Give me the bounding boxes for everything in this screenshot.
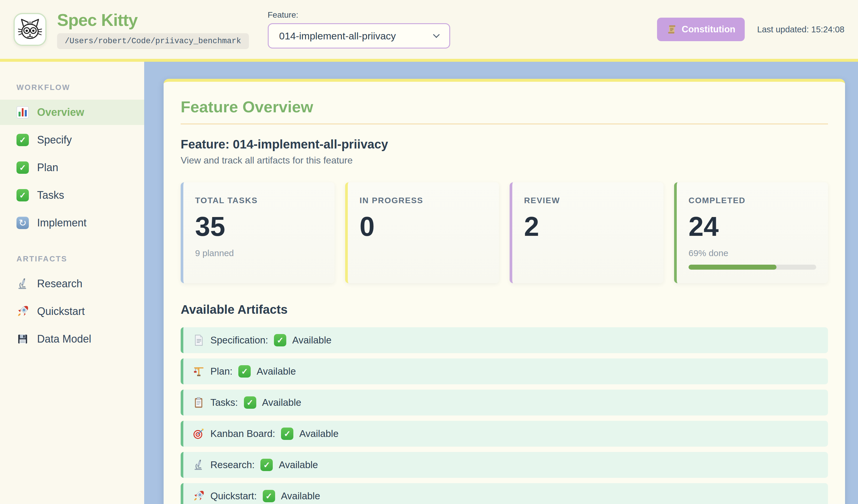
cat-logo-icon (18, 17, 42, 42)
check-icon: ✓ (260, 459, 273, 471)
artifact-row-quickstart: Quickstart:✓Available (181, 483, 828, 504)
app-logo (14, 13, 47, 46)
chevron-down-icon (433, 31, 440, 38)
sidebar-item-specify[interactable]: ✓Specify (0, 127, 144, 152)
artifact-status: Available (292, 335, 331, 346)
stat-card-completed: COMPLETED2469% done (674, 182, 828, 283)
check-icon: ✓ (274, 334, 286, 346)
feature-subtitle: View and track all artifacts for this fe… (181, 155, 828, 166)
artifact-row-specification: Specification:✓Available (181, 327, 828, 353)
sidebar-item-label: Quickstart (37, 305, 85, 318)
refresh-icon: ↻ (16, 217, 29, 229)
check-icon: ✓ (244, 396, 256, 409)
sidebar-item-data-model[interactable]: Data Model (0, 326, 144, 352)
artifacts-title: Available Artifacts (181, 303, 828, 317)
feature-select-value: 014-implement-all-priivacy (279, 30, 396, 42)
stat-label: IN PROGRESS (360, 196, 487, 205)
check-icon: ✓ (16, 189, 29, 201)
sidebar-item-quickstart[interactable]: Quickstart (0, 299, 144, 324)
rocket-icon (193, 490, 205, 502)
completion-progress-bar (688, 265, 816, 270)
check-icon: ✓ (16, 134, 29, 146)
stat-card-in-progress: IN PROGRESS0 (345, 182, 499, 283)
main-area: Feature Overview Feature: 014-implement-… (144, 62, 858, 504)
feature-select-group: Feature: 014-implement-all-priivacy (268, 10, 450, 49)
stat-value: 2 (524, 213, 652, 240)
nav-section-title: ARTIFACTS (0, 254, 144, 263)
stat-label: REVIEW (524, 196, 652, 205)
scroll-icon (666, 24, 677, 35)
brand: Spec Kitty /Users/robert/Code/priivacy_b… (57, 10, 249, 49)
sidebar: WORKFLOWOverview✓Specify✓Plan✓Tasks↻Impl… (0, 62, 144, 504)
artifact-label: Kanban Board: (210, 428, 275, 439)
artifact-row-research: Research:✓Available (181, 452, 828, 478)
sidebar-item-label: Implement (37, 217, 86, 229)
nav-section-artifacts: ARTIFACTSResearchQuickstartData Model (0, 254, 144, 352)
stat-label: COMPLETED (688, 196, 816, 205)
last-updated: Last updated: 15:24:08 (757, 25, 844, 34)
stats-row: TOTAL TASKS359 plannedIN PROGRESS0REVIEW… (181, 182, 828, 283)
nav-section-title: WORKFLOW (0, 83, 144, 92)
layout: WORKFLOWOverview✓Specify✓Plan✓Tasks↻Impl… (0, 62, 858, 504)
sidebar-item-plan[interactable]: ✓Plan (0, 155, 144, 180)
sidebar-item-tasks[interactable]: ✓Tasks (0, 183, 144, 208)
stat-card-review: REVIEW2 (510, 182, 664, 283)
stat-value: 35 (195, 213, 323, 240)
check-icon: ✓ (16, 161, 29, 174)
check-icon: ✓ (281, 427, 293, 440)
page-title: Feature Overview (181, 98, 828, 116)
microscope-icon (193, 459, 205, 471)
artifact-row-kanban-board: Kanban Board:✓Available (181, 421, 828, 447)
artifact-label: Quickstart: (210, 490, 257, 502)
stat-subtext: 69% done (688, 248, 816, 258)
check-icon: ✓ (238, 365, 251, 377)
stat-value: 24 (688, 213, 816, 240)
artifact-row-tasks: Tasks:✓Available (181, 390, 828, 416)
artifact-row-plan: Plan:✓Available (181, 358, 828, 384)
sidebar-item-research[interactable]: Research (0, 271, 144, 296)
completion-progress-fill (688, 265, 777, 270)
stat-value: 0 (360, 213, 487, 240)
app-title: Spec Kitty (57, 10, 249, 30)
sidebar-item-label: Tasks (37, 189, 64, 201)
artifacts-list: Specification:✓AvailablePlan:✓AvailableT… (181, 327, 828, 504)
sidebar-item-label: Plan (37, 161, 58, 174)
artifact-status: Available (281, 490, 320, 502)
floppy-icon (16, 333, 29, 345)
feature-select[interactable]: 014-implement-all-priivacy (268, 23, 450, 49)
bar-chart-icon (16, 106, 29, 118)
project-path: /Users/robert/Code/priivacy_benchmark (57, 33, 249, 49)
stat-subtext: 9 planned (195, 248, 323, 258)
sidebar-item-label: Specify (37, 134, 72, 146)
constitution-button[interactable]: Constitution (657, 18, 745, 41)
artifact-label: Research: (210, 459, 255, 470)
constitution-button-label: Constitution (682, 24, 735, 35)
artifact-label: Specification: (210, 335, 268, 346)
header-accent-bar (0, 59, 858, 62)
artifact-status: Available (299, 428, 338, 439)
nav-section-workflow: WORKFLOWOverview✓Specify✓Plan✓Tasks↻Impl… (0, 83, 144, 235)
stat-card-total-tasks: TOTAL TASKS359 planned (181, 182, 335, 283)
clipboard-icon (193, 397, 205, 408)
artifact-label: Tasks: (210, 397, 238, 408)
title-divider (181, 124, 828, 124)
feature-heading: Feature: 014-implement-all-priivacy (181, 137, 828, 151)
sidebar-item-overview[interactable]: Overview (0, 100, 144, 125)
stat-label: TOTAL TASKS (195, 196, 323, 205)
rocket-icon (16, 305, 29, 318)
artifact-status: Available (262, 397, 301, 408)
sidebar-item-label: Data Model (37, 333, 91, 345)
sidebar-item-implement[interactable]: ↻Implement (0, 210, 144, 235)
feature-overview-card: Feature Overview Feature: 014-implement-… (163, 79, 845, 504)
sidebar-item-label: Overview (37, 106, 84, 118)
artifact-status: Available (257, 366, 296, 377)
document-icon (193, 334, 205, 346)
sidebar-item-label: Research (37, 278, 82, 290)
target-icon (193, 428, 205, 440)
microscope-icon (16, 278, 29, 290)
check-icon: ✓ (263, 490, 275, 502)
artifact-status: Available (279, 459, 318, 470)
feature-select-label: Feature: (268, 10, 450, 20)
artifact-label: Plan: (210, 366, 233, 377)
crane-icon (193, 365, 205, 377)
